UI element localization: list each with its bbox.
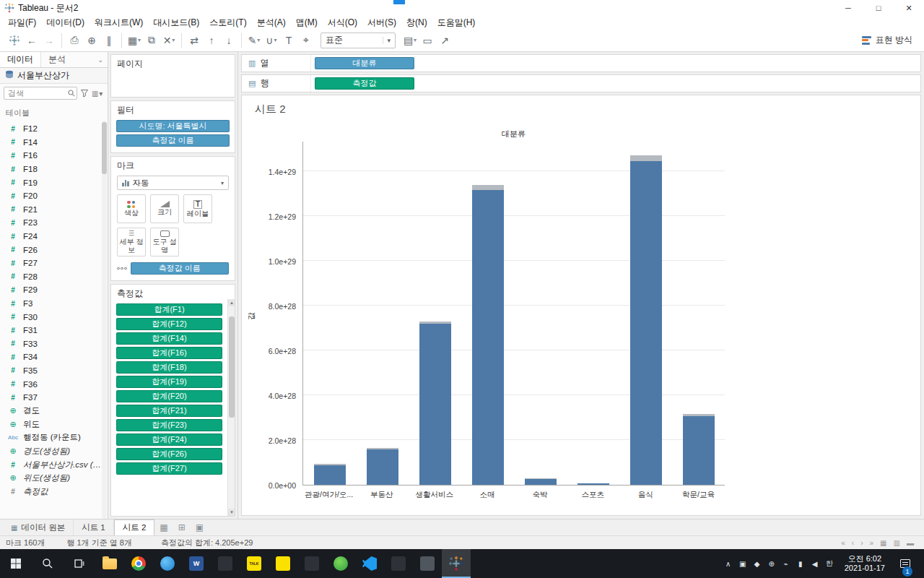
field-item[interactable]: #F30 xyxy=(0,310,108,324)
highlight-icon[interactable]: ✎▾ xyxy=(245,32,263,49)
field-item[interactable]: ⊕위도(생성됨) xyxy=(0,471,108,485)
view-options-icon[interactable]: ▥ ▾ xyxy=(92,90,102,98)
new-worksheet-button[interactable]: ▦ xyxy=(154,519,173,535)
nav-prev-icon[interactable]: ‹ xyxy=(852,539,854,547)
pages-card[interactable]: 페이지 xyxy=(110,54,235,98)
bar[interactable] xyxy=(683,414,715,485)
sheet-tab[interactable]: 시트 1 xyxy=(74,519,114,535)
pause-updates-icon[interactable]: ∥ xyxy=(100,32,118,49)
taskbar-gray-app[interactable] xyxy=(413,549,442,578)
scrollbar-thumb[interactable] xyxy=(102,122,107,174)
field-item[interactable]: #F36 xyxy=(0,377,108,391)
chevron-down-icon[interactable]: ⌄ xyxy=(97,56,108,64)
scrollbar-thumb[interactable] xyxy=(229,316,235,418)
taskbar-search-icon[interactable] xyxy=(32,549,64,578)
mark-type-selector[interactable]: 자동 ▾ xyxy=(117,176,229,190)
save-icon[interactable]: ⎙ xyxy=(66,32,83,49)
measure-pill[interactable]: 합계(F20) xyxy=(116,390,222,402)
data-pane-tab-analytics[interactable]: 분석 xyxy=(41,52,73,67)
taskbar-yellow-app[interactable] xyxy=(269,549,297,578)
new-datasource-icon[interactable]: ⊕ xyxy=(83,32,100,49)
bar[interactable] xyxy=(525,478,557,485)
field-item[interactable]: #F24 xyxy=(0,230,108,243)
field-list-scrollbar[interactable] xyxy=(102,121,107,519)
filter-pill[interactable]: 측정값 이름 xyxy=(116,134,230,147)
fit-selector[interactable]: 표준 ▾ xyxy=(321,33,396,48)
nav-last-icon[interactable]: » xyxy=(870,539,874,547)
taskbar-tableau[interactable] xyxy=(442,549,471,578)
measure-pill[interactable]: 합계(F14) xyxy=(116,332,222,345)
menu-item-9[interactable]: 창(N) xyxy=(401,17,432,29)
new-worksheet-icon[interactable]: ▦▾ xyxy=(126,32,143,49)
taskbar-vscode[interactable] xyxy=(355,549,384,578)
measure-pill[interactable]: 합계(F18) xyxy=(116,361,222,374)
label-button[interactable]: T레이블 xyxy=(183,194,212,223)
menu-item-10[interactable]: 도움말(H) xyxy=(432,17,481,29)
scroll-down-icon[interactable]: ▼ xyxy=(228,509,235,516)
menu-item-2[interactable]: 워크시트(W) xyxy=(90,17,148,29)
measure-pill[interactable]: 합계(F23) xyxy=(116,419,222,431)
battery-icon[interactable]: ▮ xyxy=(793,560,808,568)
shield-icon[interactable]: ◆ xyxy=(750,560,764,568)
field-item[interactable]: #F14 xyxy=(0,136,108,150)
share-icon[interactable]: ↗ xyxy=(436,32,453,49)
show-tabs-icon[interactable]: ▬ xyxy=(907,539,914,547)
taskbar-file-explorer[interactable] xyxy=(95,549,124,578)
field-item[interactable]: #F3 xyxy=(0,297,108,311)
show-cards-icon[interactable]: ▤▾ xyxy=(401,32,419,49)
menu-item-8[interactable]: 서버(S) xyxy=(362,17,401,29)
taskbar-kakaotalk[interactable]: TALK xyxy=(240,549,269,578)
measure-pill[interactable]: 합계(F26) xyxy=(116,448,222,460)
columns-shelf[interactable]: ▥ 열 대분류 xyxy=(241,54,921,72)
field-item[interactable]: #F34 xyxy=(0,350,108,364)
bar[interactable] xyxy=(419,322,451,485)
scroll-up-icon[interactable]: ▲ xyxy=(228,299,235,306)
field-item[interactable]: #F28 xyxy=(0,270,108,284)
field-item[interactable]: Abc행정동 (카운트) xyxy=(0,431,108,445)
menu-item-3[interactable]: 대시보드(B) xyxy=(148,17,204,29)
measure-pill[interactable]: 합계(F24) xyxy=(116,434,222,446)
new-dashboard-button[interactable]: ⊞ xyxy=(173,519,191,535)
menu-item-5[interactable]: 분석(A) xyxy=(252,17,291,29)
nav-first-icon[interactable]: « xyxy=(841,539,845,547)
maximize-button[interactable]: □ xyxy=(863,0,894,16)
measure-pill[interactable]: 합계(F16) xyxy=(116,347,222,359)
taskbar-dark-app-1[interactable] xyxy=(211,549,240,578)
field-item[interactable]: #F18 xyxy=(0,163,108,176)
tray-app-icon[interactable]: ▣ xyxy=(736,560,750,568)
new-story-button[interactable]: ▣ xyxy=(191,519,209,535)
bluetooth-icon[interactable]: ⌁ xyxy=(779,560,793,568)
chevron-up-icon[interactable]: ∧ xyxy=(721,560,736,568)
taskbar-dark-app-2[interactable] xyxy=(297,549,326,578)
field-item[interactable]: ⊕위도 xyxy=(0,418,108,431)
sheet-tab[interactable]: 시트 2 xyxy=(114,519,155,535)
menu-item-6[interactable]: 맵(M) xyxy=(291,17,323,29)
color-button[interactable]: 색상 xyxy=(117,194,146,223)
sort-descending-icon[interactable]: ↓ xyxy=(220,32,237,49)
field-item[interactable]: #F29 xyxy=(0,283,108,297)
field-item[interactable]: #F12 xyxy=(0,122,108,136)
field-item[interactable]: ⊕경도 xyxy=(0,404,108,418)
network-icon[interactable]: ⊕ xyxy=(764,560,779,568)
field-item[interactable]: ⊕경도(생성됨) xyxy=(0,444,108,458)
filter-funnel-icon[interactable] xyxy=(80,89,89,98)
sort-ascending-icon[interactable]: ↑ xyxy=(203,32,220,49)
taskbar-clock[interactable]: 오전 6:02 2021-01-17 xyxy=(838,554,892,573)
measure-values-card[interactable]: 측정값 합계(F1)합계(F12)합계(F14)합계(F16)합계(F18)합계… xyxy=(110,284,235,517)
field-item[interactable]: #F20 xyxy=(0,189,108,203)
measure-values-scrollbar[interactable]: ▲ ▼ xyxy=(227,299,235,516)
field-item[interactable]: #F37 xyxy=(0,391,108,405)
taskbar-chrome[interactable] xyxy=(124,549,153,578)
datasource-tab[interactable]: ▦ 데이터 원본 xyxy=(3,519,74,535)
measure-pill[interactable]: 합계(F19) xyxy=(116,376,222,388)
measure-pill[interactable]: 합계(F1) xyxy=(116,303,222,316)
ime-korean-icon[interactable]: 한 xyxy=(822,558,837,569)
search-input[interactable] xyxy=(4,87,77,100)
field-item[interactable]: #서울부산상가.csv (카운... xyxy=(0,458,108,472)
tooltip-button[interactable]: 도구 설명 xyxy=(150,228,179,256)
taskbar-green-app[interactable] xyxy=(326,549,355,578)
field-item[interactable]: #F16 xyxy=(0,149,108,163)
filter-pill[interactable]: 시도명: 서울특별시 xyxy=(116,120,230,132)
taskbar-edge[interactable] xyxy=(153,549,182,578)
filmstrip-icon[interactable]: ▥ xyxy=(894,539,900,547)
